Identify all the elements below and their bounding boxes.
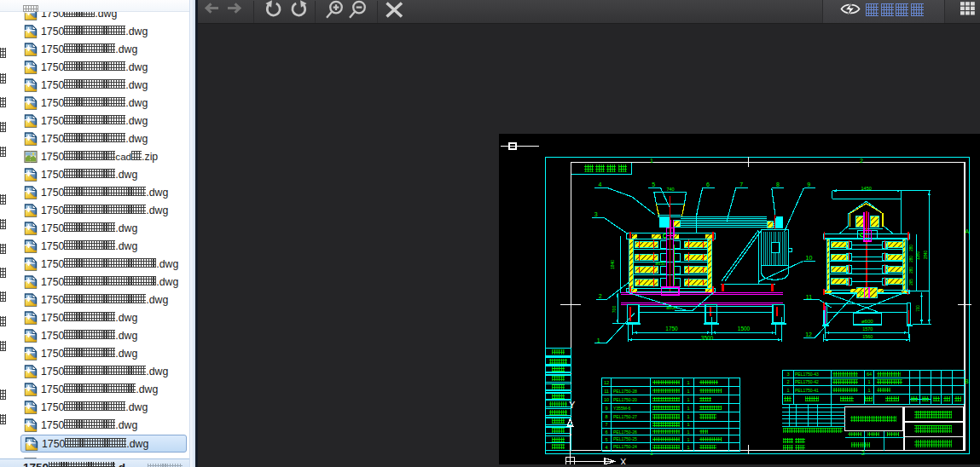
svg-text:1280: 1280 [916, 251, 920, 260]
svg-text:6: 6 [605, 430, 607, 435]
svg-text:12: 12 [805, 332, 812, 337]
svg-text:1500: 1500 [738, 326, 751, 332]
svg-text:11: 11 [604, 389, 609, 394]
svg-text:PEL1750-27: PEL1750-27 [613, 414, 637, 419]
svg-text:PEL1750-20: PEL1750-20 [613, 397, 637, 402]
svg-text:740: 740 [666, 187, 674, 192]
svg-text:1840: 1840 [610, 260, 615, 269]
svg-text:9: 9 [807, 182, 810, 187]
svg-text:64: 64 [867, 372, 872, 377]
svg-text:4: 4 [605, 445, 607, 450]
svg-text:1: 1 [687, 422, 689, 427]
svg-text:6: 6 [706, 182, 710, 187]
svg-text:ø650: ø650 [655, 261, 665, 266]
svg-text:PEL1750-28: PEL1750-28 [613, 389, 637, 394]
svg-text:1450: 1450 [861, 186, 872, 191]
svg-text:1: 1 [687, 414, 689, 419]
svg-text:280: 280 [909, 256, 913, 262]
svg-text:7: 7 [739, 182, 743, 187]
svg-text:Y355M-6: Y355M-6 [613, 406, 631, 411]
svg-text:ø600: ø600 [861, 319, 873, 324]
svg-text:Y: Y [569, 400, 576, 410]
svg-text:2: 2 [599, 293, 602, 299]
svg-text:700: 700 [612, 306, 617, 314]
svg-text:PEL1750-26: PEL1750-26 [613, 430, 637, 435]
svg-text:265: 265 [909, 279, 913, 285]
svg-text:1: 1 [687, 397, 689, 402]
svg-text:4: 4 [599, 182, 602, 187]
svg-text:2: 2 [860, 158, 863, 164]
svg-text:1: 1 [687, 406, 689, 411]
svg-text:7: 7 [605, 422, 607, 427]
svg-text:11: 11 [806, 294, 812, 300]
svg-text:PEL1750-24: PEL1750-24 [613, 444, 637, 449]
svg-text:3: 3 [786, 372, 789, 377]
svg-text:PEL1750-41: PEL1750-41 [795, 388, 819, 393]
svg-text:8: 8 [776, 182, 780, 187]
svg-text:280: 280 [909, 245, 913, 251]
svg-text:700: 700 [916, 305, 920, 312]
svg-text:1: 1 [687, 445, 689, 450]
svg-text:1: 1 [687, 380, 689, 385]
svg-text:8: 8 [605, 414, 607, 419]
svg-text:2840: 2840 [924, 250, 928, 259]
svg-text:PEL1750-43: PEL1750-43 [795, 372, 819, 377]
svg-text:1570: 1570 [862, 326, 873, 332]
svg-text:3: 3 [594, 211, 598, 217]
svg-text:10: 10 [806, 255, 813, 261]
svg-text:1: 1 [687, 437, 689, 442]
svg-text:12: 12 [604, 380, 609, 385]
svg-text:1: 1 [867, 388, 870, 393]
svg-text:PEL1750-42: PEL1750-42 [795, 379, 819, 384]
svg-text:1560: 1560 [862, 334, 873, 339]
svg-text:9: 9 [605, 406, 607, 411]
svg-text:5: 5 [652, 182, 655, 187]
svg-text:1: 1 [687, 430, 689, 435]
svg-text:3500: 3500 [701, 335, 714, 341]
svg-text:1750: 1750 [665, 326, 678, 332]
svg-text:PEL1750-25: PEL1750-25 [613, 436, 637, 441]
svg-text:1: 1 [786, 388, 789, 393]
svg-text:10: 10 [604, 397, 609, 402]
svg-text:A: A [966, 228, 970, 234]
svg-text:X: X [620, 457, 627, 464]
svg-text:1: 1 [597, 337, 600, 343]
svg-text:5: 5 [605, 437, 607, 442]
svg-text:1: 1 [867, 379, 870, 384]
svg-text:280: 280 [909, 267, 913, 274]
svg-text:1: 1 [650, 158, 653, 164]
svg-text:2: 2 [861, 450, 865, 456]
svg-text:B: B [965, 378, 969, 384]
svg-text:2: 2 [786, 379, 789, 384]
svg-text:1: 1 [687, 389, 689, 394]
